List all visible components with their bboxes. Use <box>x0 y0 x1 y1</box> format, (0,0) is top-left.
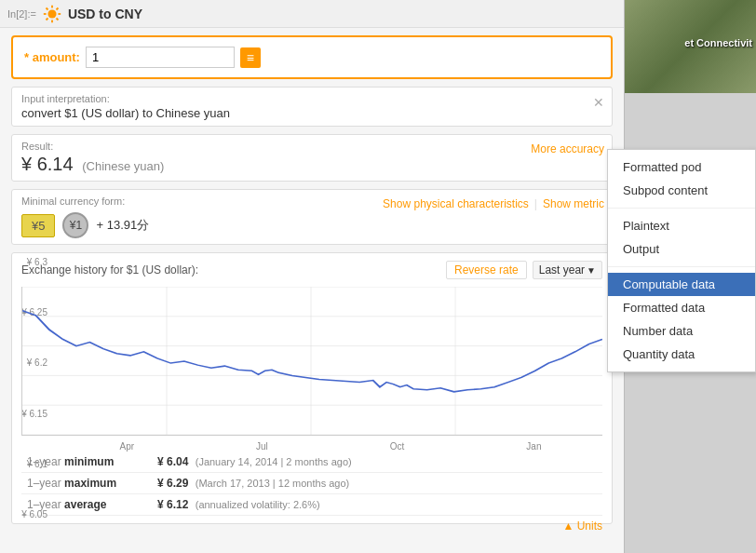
content-area: * amount: ≡ Input interpretation: conver… <box>0 28 624 540</box>
x-label-apr: Apr <box>119 441 134 452</box>
chart-container <box>21 287 602 436</box>
table-row: 1–year average ¥ 6.12 (annualized volati… <box>21 494 602 516</box>
amount-label: * amount: <box>24 50 80 64</box>
dropdown-item-computable-data[interactable]: Computable data <box>608 273 755 296</box>
amount-input-section: * amount: ≡ <box>11 35 613 79</box>
stat-value-row-2: ¥ 6.29 (March 17, 2013 | 12 months ago) <box>152 473 602 494</box>
stats-table: 1–year minimum ¥ 6.04 (January 14, 2014 … <box>21 452 602 516</box>
stat-value-row-1: ¥ 6.04 (January 14, 2014 | 2 months ago) <box>152 452 602 473</box>
dropdown-arrow-icon: ▼ <box>587 265 596 276</box>
result-section: Result: ¥ 6.14 (Chinese yuan) More accur… <box>11 134 613 182</box>
extra-amount: + 13.91分 <box>96 217 149 234</box>
dropdown-menu: Formatted pod Subpod content Plaintext O… <box>607 149 756 372</box>
input-label: In[2]:= <box>7 8 36 20</box>
dropdown-item-plaintext[interactable]: Plaintext <box>608 214 755 237</box>
stat-value-2: ¥ 6.29 <box>157 477 188 490</box>
dropdown-item-subpod-content[interactable]: Subpod content <box>608 179 755 202</box>
y-label-5: ¥ 6.1 <box>12 459 47 469</box>
stat-value-row-3: ¥ 6.12 (annualized volatility: 2.6%) <box>152 494 602 516</box>
minimal-row: ¥5 ¥1 + 13.91分 <box>21 212 602 238</box>
sun-icon <box>42 4 62 24</box>
svg-line-6 <box>56 18 58 20</box>
history-controls: Reverse rate Last year ▼ <box>446 261 602 279</box>
submit-icon: ≡ <box>247 50 254 65</box>
y-label-1: ¥ 6.3 <box>12 257 47 267</box>
chart-area: Apr Jul Oct Jan <box>21 287 602 452</box>
top-bar: In[2]:= USD to CNY <box>0 0 624 28</box>
stat-value-3: ¥ 6.12 <box>157 498 188 511</box>
result-value-row: ¥ 6.14 (Chinese yuan) <box>21 154 602 175</box>
show-physical-button[interactable]: Show physical characteristics <box>383 197 529 210</box>
reverse-rate-button[interactable]: Reverse rate <box>446 261 527 279</box>
x-label-oct: Oct <box>390 441 405 452</box>
connectivity-label: et Connectivit <box>684 37 752 48</box>
dropdown-section-1: Formatted pod Subpod content <box>608 150 755 209</box>
show-metric-button[interactable]: Show metric <box>543 197 604 210</box>
result-label: Result: <box>21 141 602 152</box>
submit-button[interactable]: ≡ <box>240 47 261 68</box>
chart-wrapper: ¥ 6.3 ¥ 6.25 ¥ 6.2 ¥ 6.15 ¥ 6.1 ¥ 6.05 <box>21 287 602 452</box>
svg-line-5 <box>46 7 47 9</box>
minimal-currency-section: Minimal currency form: ¥5 ¥1 + 13.91分 Sh… <box>11 189 613 245</box>
page-title: USD to CNY <box>68 7 142 21</box>
x-label-jul: Jul <box>256 441 268 452</box>
svg-line-8 <box>46 18 47 20</box>
dropdown-section-3: Computable data Formatted data Number da… <box>608 267 755 371</box>
chart-svg <box>22 287 602 435</box>
x-label-jan: Jan <box>526 441 541 452</box>
interpretation-label: Input interpretation: <box>21 93 602 104</box>
history-title: Exchange history for $1 (US dollar): <box>21 263 198 276</box>
interpretation-text: convert $1 (US dollar) to Chinese yuan <box>21 106 602 120</box>
y-label-6: ¥ 6.05 <box>12 509 47 519</box>
stat-detail-1: (January 14, 2014 | 2 months ago) <box>196 456 352 467</box>
dropdown-item-number-data[interactable]: Number data <box>608 319 755 343</box>
x-axis-labels: Apr Jul Oct Jan <box>21 439 602 452</box>
dropdown-item-formatted-pod[interactable]: Formatted pod <box>608 155 755 179</box>
dropdown-item-output[interactable]: Output <box>608 237 755 261</box>
stat-detail-3: (annualized volatility: 2.6%) <box>196 499 320 510</box>
coin-1-label: ¥1 <box>70 219 82 232</box>
stat-label-2: maximum <box>64 477 116 490</box>
result-value: ¥ 6.14 <box>21 154 74 174</box>
amount-input[interactable] <box>86 47 235 68</box>
close-icon[interactable]: ✕ <box>593 95 604 110</box>
interpretation-section: Input interpretation: convert $1 (US dol… <box>11 87 613 127</box>
svg-line-7 <box>56 7 58 9</box>
last-year-button[interactable]: Last year ▼ <box>533 261 602 279</box>
btn-separator: | <box>534 197 537 210</box>
input-row: * amount: ≡ <box>24 47 600 68</box>
units-link[interactable]: ▲ Units <box>562 519 602 533</box>
table-row: 1–year minimum ¥ 6.04 (January 14, 2014 … <box>21 452 602 473</box>
stat-detail-2: (March 17, 2013 | 12 months ago) <box>196 478 350 489</box>
svg-point-0 <box>47 9 56 18</box>
coin-5-button[interactable]: ¥5 <box>21 214 55 237</box>
stat-label-3: average <box>64 498 106 511</box>
result-unit: (Chinese yuan) <box>82 159 164 173</box>
dropdown-item-formatted-data[interactable]: Formatted data <box>608 296 755 319</box>
main-area: In[2]:= USD to CNY * amount: ≡ <box>0 0 624 553</box>
table-row: 1–year maximum ¥ 6.29 (March 17, 2013 | … <box>21 473 602 494</box>
stat-value-1: ¥ 6.04 <box>157 455 188 468</box>
dropdown-item-quantity-data[interactable]: Quantity data <box>608 343 755 366</box>
last-year-label: Last year <box>539 263 585 276</box>
exchange-history-section: Exchange history for $1 (US dollar): Rev… <box>11 252 613 524</box>
show-buttons: Show physical characteristics | Show met… <box>383 197 604 210</box>
more-accuracy-button[interactable]: More accuracy <box>531 142 604 155</box>
history-header: Exchange history for $1 (US dollar): Rev… <box>21 261 602 279</box>
coin-1-round: ¥1 <box>62 212 88 238</box>
panel-image: et Connectivit <box>625 0 756 93</box>
dropdown-section-2: Plaintext Output <box>608 209 755 267</box>
stat-label-1: minimum <box>64 455 114 468</box>
